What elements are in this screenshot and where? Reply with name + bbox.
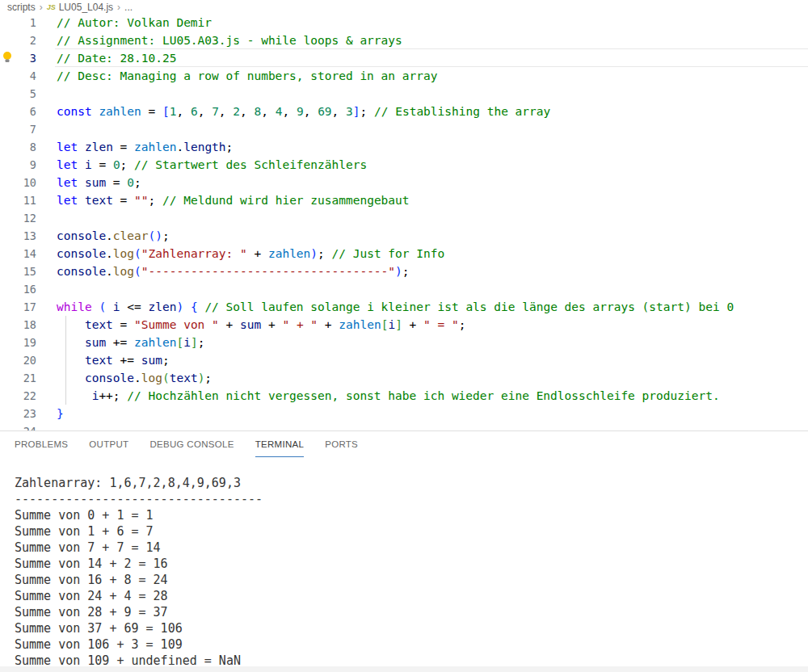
code-line[interactable]: 10let sum = 0; [0, 174, 808, 191]
line-number[interactable]: 8 [0, 138, 36, 156]
terminal-line: Zahlenarray: 1,6,7,2,8,4,9,69,3 [15, 475, 808, 491]
line-number[interactable]: 22 [0, 387, 36, 405]
code-editor[interactable]: 1// Autor: Volkan Demir2// Assignment: L… [0, 14, 808, 430]
lightbulb-icon[interactable] [2, 51, 13, 63]
code-text: while ( i <= zlen) { // Soll laufen sola… [57, 300, 734, 313]
line-number[interactable]: 2 [0, 32, 36, 49]
line-number[interactable]: 6 [0, 103, 36, 120]
code-line[interactable]: 18 text = "Summe von " + sum + " + " + z… [0, 316, 808, 334]
code-line[interactable]: 6const zahlen = [1, 6, 7, 2, 8, 4, 9, 69… [0, 103, 808, 120]
code-text: text = "Summe von " + sum + " + " + zahl… [57, 318, 465, 331]
breadcrumb-symbol-more[interactable]: ... [124, 2, 133, 13]
code-text: console.clear(); [57, 229, 170, 242]
code-line[interactable]: 23} [0, 405, 808, 422]
line-number[interactable]: 10 [0, 174, 36, 191]
line-number[interactable]: 4 [0, 67, 36, 85]
breadcrumb: scripts › JS LU05_L04.js › ... [0, 0, 808, 14]
line-number[interactable]: 24 [0, 422, 36, 430]
line-number[interactable]: 18 [0, 316, 36, 334]
line-number[interactable]: 12 [0, 209, 36, 227]
code-text: // Date: 28.10.25 [57, 52, 176, 65]
line-number[interactable]: 23 [0, 405, 36, 422]
line-number[interactable]: 5 [0, 85, 36, 103]
terminal-line: Summe von 1 + 6 = 7 [15, 523, 808, 540]
code-text: // Desc: Managing a row of numbers, stor… [57, 69, 437, 82]
panel-tab-output[interactable]: OUTPUT [89, 431, 128, 457]
line-number[interactable]: 19 [0, 334, 36, 351]
panel-tab-problems[interactable]: PROBLEMS [15, 431, 68, 457]
code-line[interactable]: 8let zlen = zahlen.length; [0, 138, 808, 156]
code-text: text += sum; [57, 354, 170, 367]
code-lines: 1// Autor: Volkan Demir2// Assignment: L… [0, 14, 808, 430]
line-number[interactable]: 21 [0, 369, 36, 387]
code-text: } [57, 407, 64, 420]
javascript-file-icon: JS [47, 3, 56, 11]
code-line[interactable]: 21 console.log(text); [0, 369, 808, 387]
code-line[interactable]: 5 [0, 85, 808, 103]
code-line[interactable]: 4// Desc: Managing a row of numbers, sto… [0, 67, 808, 85]
terminal-line: Summe von 28 + 9 = 37 [15, 604, 808, 620]
code-line[interactable]: 16 [0, 280, 808, 298]
line-number[interactable]: 11 [0, 191, 36, 209]
code-text: i++; // Hochzählen nicht vergessen, sons… [57, 389, 720, 402]
line-number[interactable]: 20 [0, 351, 36, 369]
terminal-line: Summe von 0 + 1 = 1 [15, 507, 808, 523]
breadcrumb-folder[interactable]: scripts [7, 2, 36, 13]
line-number[interactable]: 17 [0, 298, 36, 316]
code-line[interactable]: 22 i++; // Hochzählen nicht vergessen, s… [0, 387, 808, 405]
code-text: // Assignment: LU05.A03.js - while loops… [57, 34, 402, 47]
terminal-line: Summe von 7 + 7 = 14 [15, 540, 808, 556]
line-number[interactable]: 9 [0, 156, 36, 174]
code-text: const zahlen = [1, 6, 7, 2, 8, 4, 9, 69,… [57, 105, 550, 118]
terminal-line: Summe von 24 + 4 = 28 [15, 588, 808, 604]
panel-tab-bar: PROBLEMSOUTPUTDEBUG CONSOLETERMINALPORTS [0, 431, 808, 457]
code-line[interactable]: 14console.log("Zahlenarray: " + zahlen);… [0, 245, 808, 262]
code-text: let zlen = zahlen.length; [57, 141, 233, 153]
breadcrumb-file[interactable]: LU05_L04.js [59, 2, 113, 13]
terminal-line: Summe von 37 + 69 = 106 [15, 620, 808, 636]
terminal-output[interactable]: Zahlenarray: 1,6,7,2,8,4,9,69,3---------… [0, 475, 808, 669]
bottom-panel: PROBLEMSOUTPUTDEBUG CONSOLETERMINALPORTS… [0, 430, 808, 672]
code-text: console.log("Zahlenarray: " + zahlen); /… [57, 247, 444, 260]
line-number[interactable]: 7 [0, 120, 36, 138]
breadcrumb-separator: › [40, 2, 43, 13]
line-number[interactable]: 16 [0, 280, 36, 298]
terminal-line: ---------------------------------- [15, 491, 808, 507]
panel-tab-terminal[interactable]: TERMINAL [255, 431, 305, 457]
line-number[interactable]: 13 [0, 227, 36, 245]
panel-tab-debug-console[interactable]: DEBUG CONSOLE [149, 431, 234, 457]
code-line[interactable]: 15console.log("-------------------------… [0, 262, 808, 280]
terminal-line: Summe von 16 + 8 = 24 [15, 572, 808, 588]
code-text: sum += zahlen[i]; [57, 336, 204, 349]
breadcrumb-separator: › [117, 2, 120, 13]
line-number[interactable]: 14 [0, 245, 36, 262]
code-line[interactable]: 24 [0, 422, 808, 430]
code-line[interactable]: 17while ( i <= zlen) { // Soll laufen so… [0, 298, 808, 316]
terminal-line: Summe von 106 + 3 = 109 [15, 636, 808, 653]
code-line[interactable]: 19 sum += zahlen[i]; [0, 334, 808, 351]
line-number[interactable]: 15 [0, 262, 36, 280]
code-line[interactable]: 12 [0, 209, 808, 227]
code-line[interactable]: 13console.clear(); [0, 227, 808, 245]
panel-tab-ports[interactable]: PORTS [325, 431, 358, 457]
code-text: let sum = 0; [57, 176, 141, 189]
code-text: let i = 0; // Startwert des Schleifenzäh… [57, 158, 367, 171]
code-line[interactable]: 20 text += sum; [0, 351, 808, 369]
code-line[interactable]: 3// Date: 28.10.25 [0, 49, 808, 67]
bottom-strip [0, 666, 808, 672]
terminal-line: Summe von 14 + 2 = 16 [15, 556, 808, 572]
line-number[interactable]: 1 [0, 14, 36, 32]
code-line[interactable]: 1// Autor: Volkan Demir [0, 14, 808, 32]
code-text: console.log("---------------------------… [57, 265, 410, 278]
code-line[interactable]: 11let text = ""; // Meldund wird hier zu… [0, 191, 808, 209]
code-line[interactable]: 7 [0, 120, 808, 138]
code-line[interactable]: 2// Assignment: LU05.A03.js - while loop… [0, 32, 808, 49]
code-text: // Autor: Volkan Demir [57, 16, 212, 29]
code-line[interactable]: 9let i = 0; // Startwert des Schleifenzä… [0, 156, 808, 174]
code-text: let text = ""; // Meldund wird hier zusa… [57, 194, 410, 207]
code-text: console.log(text); [57, 372, 212, 384]
